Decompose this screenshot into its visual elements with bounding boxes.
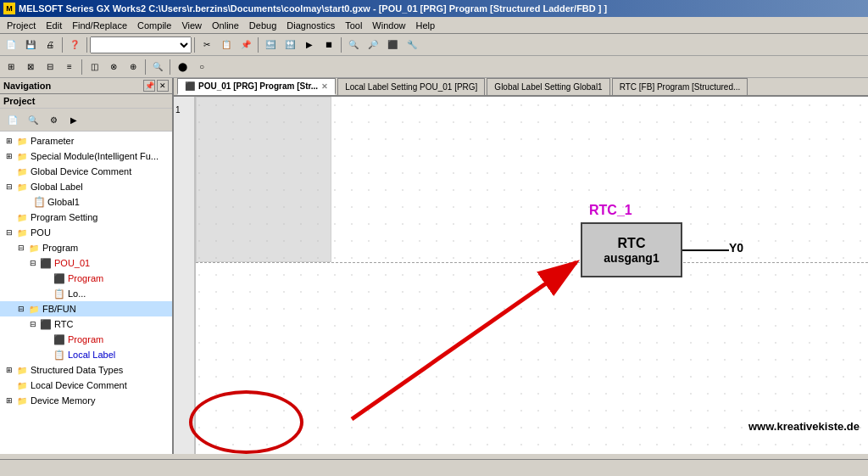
- toolbar2-btn-4[interactable]: ≡: [60, 58, 79, 76]
- tree-item-rtc[interactable]: ⊟ ⬛ RTC: [0, 316, 172, 332]
- menu-item-edit[interactable]: Edit: [41, 19, 67, 32]
- conn-line-output: [682, 249, 729, 251]
- folder-icon-gdc: 📁: [15, 165, 29, 178]
- toolbar-btn-cut[interactable]: ✂: [198, 36, 216, 54]
- tree-label-rtc: RTC: [54, 319, 73, 329]
- toolbar-btn-7[interactable]: ▶: [300, 36, 319, 54]
- nav-toolbar-btn-1[interactable]: 📄: [3, 110, 22, 129]
- toolbar-combo-1[interactable]: [90, 36, 192, 53]
- tab-local-label[interactable]: Local Label Setting POU_01 [PRG]: [337, 78, 485, 95]
- folder-icon-special: 📁: [15, 149, 29, 163]
- tree-item-program-setting[interactable]: ⊞ 📁 Program Setting: [0, 210, 172, 225]
- prog-icon-pou01: ⬛: [39, 256, 53, 270]
- tree-item-rtc-program[interactable]: ⊞ ⬛ Program: [0, 332, 172, 347]
- tree-label-prog2: Program: [68, 273, 103, 283]
- tab-global-label[interactable]: Global Label Setting Global1: [487, 78, 609, 95]
- menu-item-diagnostics[interactable]: Diagnostics: [281, 19, 340, 32]
- toolbar-btn-copy[interactable]: 📋: [217, 36, 236, 54]
- nav-toolbar: 📄 🔍 ⚙ ▶: [0, 109, 172, 132]
- toolbar-btn-5[interactable]: 🔙: [261, 36, 280, 54]
- toolbar2-btn-1[interactable]: ⊞: [2, 58, 20, 76]
- tree-item-special-module[interactable]: ⊞ 📁 Special Module(Intelligent Fu...: [0, 148, 172, 164]
- toolbar-btn-8[interactable]: ⏹: [320, 36, 338, 54]
- menu-item-project[interactable]: Project: [2, 19, 41, 32]
- tree-item-program[interactable]: ⊟ 📁 Program: [0, 240, 172, 255]
- menu-item-window[interactable]: Window: [367, 19, 410, 32]
- ladder-canvas: 1 RTC_1 RTC ausgang1 Y0: [174, 97, 868, 454]
- menu-item-compile[interactable]: Compile: [132, 19, 176, 32]
- row-number-1: 1: [175, 105, 181, 115]
- tree-item-global-device[interactable]: ⊞ 📁 Global Device Comment: [0, 164, 172, 179]
- expand-icon-prog: ⊟: [15, 242, 27, 254]
- fbd-block-rtc[interactable]: RTC ausgang1: [581, 222, 682, 277]
- toolbar-btn-3[interactable]: 🖨: [41, 36, 59, 54]
- toolbar2-btn-5[interactable]: ◫: [85, 58, 103, 76]
- tree-item-parameter[interactable]: ⊞ 📁 Parameter: [0, 133, 172, 148]
- menu-item-view[interactable]: View: [176, 19, 207, 32]
- nav-toolbar-btn-3[interactable]: ⚙: [44, 110, 63, 129]
- toolbar-btn-6[interactable]: 🔛: [281, 36, 299, 54]
- tree-item-local-device[interactable]: ⊞ 📁 Local Device Comment: [0, 378, 172, 393]
- expand-icon-pou01: ⊟: [27, 257, 39, 269]
- toolbar2-btn-6[interactable]: ⊗: [104, 58, 123, 76]
- toolbar2-btn-8[interactable]: 🔍: [148, 58, 167, 76]
- fbd-block-line2: ausgang1: [604, 251, 659, 265]
- toolbar-sep-5: [341, 37, 342, 53]
- tab-close-pou01[interactable]: ✕: [321, 82, 328, 91]
- menu-item-debug[interactable]: Debug: [244, 19, 281, 32]
- watermark: www.kreativekiste.de: [748, 420, 860, 433]
- main-layout: Navigation 📌 ✕ Project 📄 🔍 ⚙ ▶ ⊞ 📁 Param…: [0, 78, 868, 454]
- tree-item-pou01[interactable]: ⊟ ⬛ POU_01: [0, 255, 172, 271]
- toolbar2-btn-9[interactable]: ⬤: [173, 58, 192, 76]
- row-number-col: 1: [174, 97, 195, 454]
- tree-item-global1[interactable]: ⊞ 📋 Global1: [0, 194, 172, 210]
- toolbar2-sep-1: [81, 59, 82, 75]
- toolbar-btn-11[interactable]: ⬛: [383, 36, 402, 54]
- tree-item-program2[interactable]: ⊞ ⬛ Program: [0, 271, 172, 286]
- prog-icon-prog2: ⬛: [53, 272, 66, 285]
- menu-item-find-replace[interactable]: Find/Replace: [67, 19, 132, 32]
- toolbar-btn-1[interactable]: 📄: [2, 36, 20, 54]
- tree-item-device-memory[interactable]: ⊞ 📁 Device Memory: [0, 393, 172, 408]
- tree-label-ll2: Local Label: [68, 350, 115, 360]
- toolbar-sep-2: [86, 37, 87, 53]
- prog-icon-rtcprog: ⬛: [53, 333, 66, 346]
- app-icon: M: [3, 3, 15, 14]
- toolbar-btn-12[interactable]: 🔧: [403, 36, 421, 54]
- output-label-y0: Y0: [729, 241, 743, 255]
- nav-pin-btn[interactable]: 📌: [143, 80, 155, 92]
- nav-title: Navigation: [3, 81, 51, 91]
- status-bar: [0, 459, 868, 476]
- expand-icon-sdt: ⊞: [3, 364, 15, 376]
- tab-pou01[interactable]: ⬛ POU_01 [PRG] Program [Str... ✕: [177, 78, 336, 95]
- tree-item-local-label2[interactable]: ⊞ 📋 Local Label: [0, 347, 172, 362]
- nav-toolbar-btn-4[interactable]: ▶: [64, 110, 83, 129]
- nav-toolbar-btn-2[interactable]: 🔍: [24, 110, 42, 129]
- toolbar-btn-paste[interactable]: 📌: [236, 36, 255, 54]
- tab-rtc[interactable]: RTC [FB] Program [Structured...: [612, 78, 748, 95]
- tree-item-local-label[interactable]: ⊞ 📋 Lo...: [0, 286, 172, 301]
- toolbar-btn-10[interactable]: 🔎: [364, 36, 382, 54]
- menu-item-help[interactable]: Help: [410, 19, 440, 32]
- toolbar2-btn-3[interactable]: ⊟: [41, 58, 59, 76]
- toolbar-btn-4[interactable]: ❓: [65, 36, 84, 54]
- prog-icon-rtc: ⬛: [39, 317, 53, 331]
- menu-item-tool[interactable]: Tool: [340, 19, 367, 32]
- tree-item-global-label[interactable]: ⊟ 📁 Global Label: [0, 179, 172, 194]
- tree-item-structured-data[interactable]: ⊞ 📁 Structured Data Types: [0, 362, 172, 378]
- toolbar2-btn-10[interactable]: ○: [192, 58, 211, 76]
- toolbar-btn-2[interactable]: 💾: [21, 36, 40, 54]
- tab-label-pou01: POU_01 [PRG] Program [Str...: [198, 81, 318, 91]
- toolbar2-btn-7[interactable]: ⊕: [124, 58, 142, 76]
- toolbar2-btn-2[interactable]: ⊠: [21, 58, 40, 76]
- tree-item-fbfun[interactable]: ⊟ 📁 FB/FUN: [0, 301, 172, 316]
- file-icon-g1: 📋: [32, 195, 46, 209]
- expand-icon-rtc: ⊟: [27, 318, 39, 330]
- tree-item-pou[interactable]: ⊟ 📁 POU: [0, 225, 172, 240]
- menu-item-online[interactable]: Online: [207, 19, 244, 32]
- tree-label-sdt: Structured Data Types: [31, 365, 123, 375]
- tree-label-parameter: Parameter: [31, 136, 74, 146]
- nav-close-btn[interactable]: ✕: [157, 80, 169, 92]
- toolbar-btn-9[interactable]: 🔍: [344, 36, 363, 54]
- tree-label-pou01: POU_01: [54, 258, 90, 268]
